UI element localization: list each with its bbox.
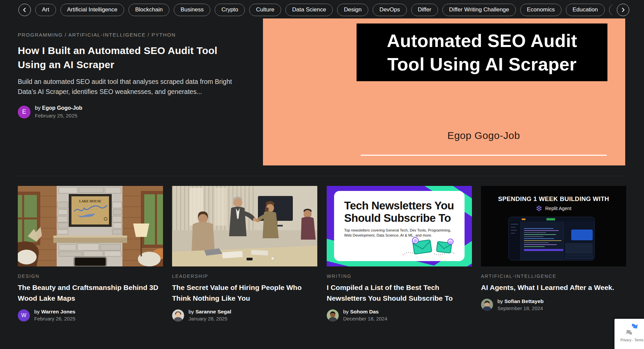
publish-date: December 18, 2024	[343, 316, 387, 322]
by-label: by	[34, 309, 40, 314]
category-pill-design[interactable]: Design	[337, 4, 368, 16]
cover-title-text: Automated SEO Audit Tool Using AI Scrape…	[387, 29, 577, 76]
scroll-categories-left-button[interactable]	[18, 4, 31, 16]
replit-logo-label: Replit Agent	[545, 206, 571, 211]
card-title[interactable]: The Beauty and Craftsmanship Behind 3D W…	[18, 282, 163, 303]
author-portrait	[481, 299, 493, 311]
breadcrumb[interactable]: PROGRAMMING / ARTIFICIAL-INTELLIGENCE / …	[18, 32, 241, 38]
scroll-categories-right-button[interactable]	[617, 4, 629, 16]
category-pill-crypto[interactable]: Crypto	[215, 4, 245, 16]
newsletter-cover-title: Tech Newsletters You Should Subscribe To	[344, 200, 465, 225]
at-icon: @	[448, 240, 452, 244]
replit-cover-heading: SPENDING 1 WEEK BUILDING WITH	[481, 195, 626, 203]
card-title[interactable]: AI Agents, What I Learned After a Week.	[481, 282, 626, 293]
author-name[interactable]: Sohom Das	[350, 309, 379, 314]
category-pill-entrepreneurship[interactable]: Entrepreneurship	[609, 4, 612, 16]
card-title[interactable]: The Secret Value of Hiring People Who Th…	[172, 282, 317, 303]
card-cover-meeting-photo[interactable]	[172, 186, 317, 266]
avatar-photo[interactable]	[481, 299, 493, 311]
card-category[interactable]: DESIGN	[18, 273, 163, 279]
card-cover-cabin-image[interactable]: LAKE HOUSE	[18, 186, 163, 266]
by-label: by	[35, 105, 41, 111]
article-card-ai-agents[interactable]: SPENDING 1 WEEK BUILDING WITH Replit Age…	[481, 186, 626, 312]
category-pill-business[interactable]: Business	[174, 4, 210, 16]
card-title[interactable]: I Compiled a List of the Best Tech Newsl…	[327, 282, 472, 303]
card-cover-newsletters[interactable]: Tech Newsletters You Should Subscribe To…	[327, 186, 472, 266]
ide-screenshot	[508, 217, 595, 260]
category-pill-economics[interactable]: Economics	[520, 4, 561, 16]
business-meeting-illustration	[172, 186, 317, 266]
card-category[interactable]: ARTIFICIAL-INTELLIGENCE	[481, 273, 626, 279]
category-pill-differ-writing-challenge[interactable]: Differ Writing Challenge	[442, 4, 516, 16]
article-card-tech-newsletters[interactable]: Tech Newsletters You Should Subscribe To…	[327, 186, 472, 322]
card-category[interactable]: LEADERSHIP	[172, 273, 317, 279]
by-label: by	[343, 309, 348, 314]
featured-author-row: E by Egop Gogo-Job February 25, 2025	[18, 105, 241, 119]
at-icon: @	[413, 238, 418, 243]
by-label: by	[189, 309, 194, 314]
cover-title-box: Automated SEO Audit Tool Using AI Scrape…	[357, 23, 607, 81]
featured-cover-image[interactable]: Automated SEO Audit Tool Using AI Scrape…	[263, 18, 625, 165]
category-pills: ArtArtificial IntelligenceBlockchainBusi…	[35, 3, 612, 16]
featured-article-title[interactable]: How I Built an Automated SEO Audit Tool …	[18, 44, 234, 72]
featured-article-excerpt: Build an automated SEO audit tool that a…	[18, 77, 234, 97]
cover-author-text: Egop Gogo-Job	[361, 130, 607, 141]
card-cover-replit[interactable]: SPENDING 1 WEEK BUILDING WITH Replit Age…	[481, 186, 626, 266]
category-pill-data-science[interactable]: Data Science	[285, 4, 333, 16]
author-name[interactable]: Egop Gogo-Job	[42, 105, 82, 111]
author-portrait	[172, 309, 184, 321]
category-pill-artificial-intelligence[interactable]: Artificial Intelligence	[60, 4, 124, 16]
replit-logo-icon	[536, 205, 542, 212]
cabin-fireplace-illustration: LAKE HOUSE	[18, 186, 163, 266]
tab-chip	[522, 218, 526, 220]
file-tree-panel	[509, 221, 521, 260]
by-label: by	[497, 298, 503, 304]
publish-date: January 28, 2025	[189, 316, 231, 322]
featured-article: PROGRAMMING / ARTIFICIAL-INTELLIGENCE / …	[18, 32, 241, 119]
article-card-hiring-people[interactable]: LEADERSHIP The Secret Value of Hiring Pe…	[172, 186, 317, 322]
envelopes-icon: @ @	[402, 233, 459, 258]
avatar-photo[interactable]	[327, 309, 339, 321]
code-editor-panel	[521, 221, 563, 260]
avatar-photo[interactable]	[172, 309, 184, 321]
category-bar: ArtArtificial IntelligenceBlockchainBusi…	[18, 3, 629, 16]
avatar[interactable]: E	[18, 106, 31, 118]
chat-message-bubble	[571, 230, 593, 240]
section-divider	[18, 176, 626, 176]
agent-chat-panel	[563, 221, 594, 260]
recaptcha-privacy-terms[interactable]: Privacy - Terms	[621, 338, 644, 342]
category-pill-blockchain[interactable]: Blockchain	[128, 4, 169, 16]
chevron-right-icon	[621, 7, 626, 12]
author-name[interactable]: Saranne Segal	[196, 309, 231, 314]
author-name[interactable]: Warren Jones	[41, 309, 75, 314]
publish-date: February 25, 2025	[35, 112, 82, 119]
category-pill-devops[interactable]: DevOps	[373, 4, 407, 16]
recaptcha-logo-icon	[624, 322, 640, 337]
avatar[interactable]: W	[18, 309, 30, 321]
author-name[interactable]: Sofian Bettayeb	[504, 298, 544, 304]
publish-date: February 26, 2025	[34, 316, 75, 322]
chevron-left-icon	[22, 7, 27, 12]
chat-input	[565, 255, 593, 259]
category-pill-education[interactable]: Education	[566, 4, 605, 16]
newsletter-cover-panel: Tech Newsletters You Should Subscribe To…	[334, 191, 465, 261]
chat-response-block	[565, 243, 593, 254]
cover-underline	[361, 155, 607, 156]
card-category[interactable]: WRITING	[327, 273, 472, 279]
category-pill-differ[interactable]: Differ	[411, 4, 438, 16]
category-pill-culture[interactable]: Culture	[249, 4, 281, 16]
category-pill-art[interactable]: Art	[35, 4, 56, 16]
run-button-chip	[546, 218, 555, 220]
author-portrait	[327, 309, 339, 321]
publish-date: September 18, 2024	[497, 305, 544, 312]
article-card-wood-lake-maps[interactable]: LAKE HOUSE DESIGN The Beauty and Craftsm…	[18, 186, 163, 322]
recaptcha-badge[interactable]: Privacy - Terms	[614, 319, 644, 349]
map-frame-title: LAKE HOUSE	[79, 199, 101, 203]
